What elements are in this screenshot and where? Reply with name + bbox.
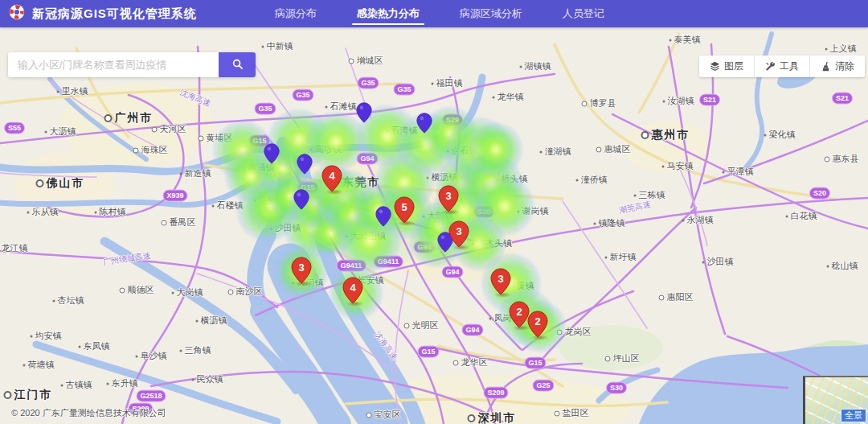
case-pin-purple[interactable]: [375, 206, 391, 227]
road-shield: G94: [461, 324, 483, 336]
place-label-town: 新圩镇: [605, 251, 637, 263]
place-marker-dot: [825, 47, 828, 50]
cluster-pin-red[interactable]: 4: [342, 277, 363, 304]
cluster-pin-red[interactable]: 4: [321, 165, 342, 192]
tools-icon: [765, 61, 776, 72]
place-marker-dot: [540, 150, 542, 153]
place-marker-dot: [786, 215, 788, 217]
nav-tab-1[interactable]: 病源分布: [273, 0, 318, 27]
place-label-city: 佛山市: [36, 176, 85, 191]
cluster-pin-red[interactable]: 3: [291, 257, 312, 284]
nav-tab-2[interactable]: 感染热力分布: [355, 0, 421, 27]
place-marker-dot: [605, 256, 608, 258]
place-label-town: 潼湖镇: [540, 146, 571, 158]
place-marker-dot: [555, 410, 560, 416]
case-pin-purple[interactable]: [356, 102, 372, 123]
place-marker-dot: [23, 364, 26, 366]
nav-tab-4[interactable]: 人员登记: [561, 0, 606, 27]
map-canvas[interactable]: 广州市佛山市东莞市惠州市深圳市江门市天河区黄埔区海珠区番禺区南沙区顺德区增城区惠…: [0, 0, 868, 424]
place-marker-dot: [518, 210, 520, 212]
road-shield: G35: [357, 77, 379, 89]
place-label-town: 高埗镇: [310, 143, 342, 155]
place-label-town: 阜沙镇: [136, 350, 167, 362]
place-marker-dot: [31, 335, 33, 337]
app-root: 广州市佛山市东莞市惠州市深圳市江门市天河区黄埔区海珠区番禺区南沙区顺德区增城区惠…: [0, 0, 868, 424]
main-nav: 病源分布感染热力分布病源区域分析人员登记: [273, 0, 606, 27]
place-marker-dot: [346, 235, 348, 237]
app-title: 新冠病源GIS可视化管理系统: [32, 6, 197, 22]
cluster-pin-red[interactable]: 3: [438, 185, 459, 212]
place-label-town: 陈村镇: [95, 206, 126, 218]
place-label-district: 惠东县: [825, 153, 859, 165]
place-marker-dot: [212, 204, 215, 207]
place-label-town: 石滩镇: [326, 101, 357, 113]
place-label-town: 石湾镇: [387, 125, 418, 137]
road-shield: G15: [524, 357, 546, 369]
cluster-pin-red[interactable]: 5: [394, 196, 415, 224]
place-marker-dot: [270, 227, 272, 229]
case-pin-purple[interactable]: [293, 189, 309, 210]
brand: 新冠病源GIS可视化管理系统: [0, 3, 197, 24]
place-label-district: 顺德区: [120, 284, 154, 296]
place-label-town: 湖镇镇: [520, 60, 551, 72]
place-marker-dot: [605, 356, 611, 361]
case-pin-purple[interactable]: [297, 154, 313, 175]
road-shield: S55: [4, 122, 25, 134]
place-marker-dot: [36, 179, 44, 187]
cluster-pin-red[interactable]: 3: [448, 220, 469, 248]
cluster-pin-red[interactable]: 2: [527, 311, 548, 338]
copyright: © 2020 广东广量测绘信息技术有限公司: [11, 407, 166, 419]
place-label-town: 潼侨镇: [576, 174, 608, 186]
road-shield: G94: [441, 266, 463, 278]
place-label-town: 白花镇: [786, 210, 817, 222]
nav-tab-3[interactable]: 病源区域分析: [458, 0, 524, 27]
place-label-town: 大沥镇: [45, 126, 76, 138]
place-marker-dot: [497, 178, 499, 180]
place-marker-dot: [95, 211, 97, 213]
road-shield: S29: [442, 114, 463, 126]
place-marker-dot: [310, 148, 313, 150]
place-marker-dot: [79, 345, 81, 348]
case-pin-purple[interactable]: [264, 143, 280, 164]
place-marker-dot: [349, 58, 354, 64]
place-label-town: 泰美镇: [669, 34, 701, 46]
place-label-town: 乐从镇: [27, 206, 59, 218]
place-marker-dot: [468, 414, 476, 422]
place-marker-dot: [228, 289, 234, 294]
place-label-district: 海珠区: [133, 144, 168, 156]
place-marker-dot: [120, 287, 125, 293]
place-label-city: 江门市: [4, 388, 53, 402]
road-shield: S21: [832, 93, 853, 105]
road-shield: G9411: [374, 256, 403, 268]
place-marker-dot: [764, 134, 767, 136]
place-label-town: 汝湖镇: [663, 95, 694, 107]
place-marker-dot: [254, 199, 256, 201]
place-marker-dot: [596, 146, 602, 152]
road-shield: G9411: [337, 260, 366, 272]
place-label-district: 惠城区: [596, 143, 631, 155]
place-marker-dot: [162, 220, 167, 225]
toolbar-button-broom[interactable]: 清除: [809, 56, 865, 77]
toolbar-button-tools[interactable]: 工具: [754, 56, 809, 77]
place-marker-dot: [472, 242, 474, 245]
place-marker-dot: [172, 291, 174, 294]
place-label-town: 沙田镇: [702, 256, 734, 268]
cluster-pin-red[interactable]: 3: [490, 268, 511, 295]
place-label-town: 里水镇: [57, 85, 88, 97]
search-button[interactable]: [219, 52, 256, 77]
place-label-town: 企石镇: [447, 145, 478, 157]
search-input[interactable]: [8, 52, 219, 77]
svg-text:3: 3: [445, 190, 451, 202]
place-marker-dot: [453, 360, 459, 365]
case-pin-purple[interactable]: [416, 113, 432, 134]
minimap[interactable]: 全景: [803, 376, 868, 424]
toolbar-button-layers[interactable]: 图层: [699, 56, 754, 77]
place-marker-dot: [520, 65, 522, 68]
place-marker-dot: [582, 101, 588, 106]
road-shield: G2518: [136, 390, 166, 402]
minimap-panorama-button[interactable]: 全景: [841, 409, 866, 422]
place-marker-dot: [662, 165, 665, 167]
road-shield: G25: [532, 380, 554, 392]
road-shield: S20: [473, 206, 494, 218]
place-label-city: 深圳市: [468, 411, 517, 424]
